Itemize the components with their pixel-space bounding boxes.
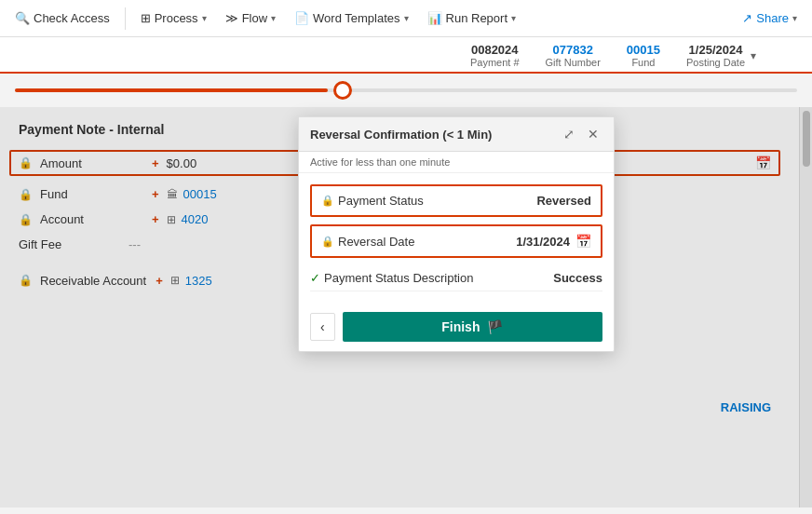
reversal-confirmation-modal: Reversal Confirmation (< 1 Min) ⤢ ✕ Acti…: [298, 116, 615, 352]
run-report-label: Run Report: [446, 11, 508, 25]
finish-label: Finish: [441, 319, 480, 334]
toolbar: 🔍 Check Access ⊞ Process ▾ ≫ Flow ▾ 📄 Wo…: [0, 0, 812, 37]
modal-footer: ‹ Finish 🏴: [299, 303, 614, 351]
check-access-icon: 🔍: [15, 11, 30, 25]
info-bar: 0082024 Payment # 077832 Gift Number 000…: [0, 37, 812, 74]
word-templates-chevron-icon: ▾: [404, 13, 409, 23]
posting-date-chevron-icon[interactable]: ▾: [751, 49, 756, 62]
payment-status-desc-label: ✓ Payment Status Description: [310, 271, 473, 285]
process-chevron-icon: ▾: [202, 13, 207, 23]
share-button[interactable]: ↗ Share ▾: [735, 7, 805, 29]
flow-icon: ≫: [225, 11, 238, 25]
payment-status-lock-icon: 🔒: [321, 195, 334, 207]
word-templates-button[interactable]: 📄 Word Templates ▾: [287, 7, 415, 29]
run-report-button[interactable]: 📊 Run Report ▾: [420, 7, 523, 29]
posting-date-value: 1/25/2024: [686, 43, 745, 57]
payment-status-desc-field: ✓ Payment Status Description Success: [310, 265, 602, 291]
payment-status-field: 🔒 Payment Status Reversed: [310, 184, 602, 217]
payment-status-label: 🔒 Payment Status: [321, 194, 424, 208]
flow-chevron-icon: ▾: [271, 13, 276, 23]
check-access-button[interactable]: 🔍 Check Access: [7, 7, 117, 29]
word-templates-icon: 📄: [294, 11, 309, 25]
modal-body: 🔒 Payment Status Reversed 🔒 Reversal Dat…: [299, 173, 614, 303]
posting-date-item: 1/25/2024 Posting Date ▾: [686, 43, 756, 68]
reversal-date-lock-icon: 🔒: [321, 236, 334, 248]
payment-number-value: 0082024: [470, 43, 520, 57]
fund-item: 00015 Fund: [627, 43, 660, 68]
process-icon: ⊞: [141, 11, 151, 25]
check-icon: ✓: [310, 271, 320, 285]
run-report-icon: 📊: [427, 11, 442, 25]
payment-number-item: 0082024 Payment #: [470, 43, 520, 68]
share-label: Share: [756, 11, 789, 25]
share-icon: ↗: [742, 11, 752, 25]
back-button[interactable]: ‹: [310, 313, 335, 341]
modal-close-button[interactable]: ✕: [584, 125, 602, 143]
run-report-chevron-icon: ▾: [511, 13, 516, 23]
modal-controls: ⤢ ✕: [560, 125, 602, 143]
payment-number-label: Payment #: [470, 57, 520, 68]
finish-flag-icon: 🏴: [487, 319, 503, 334]
payment-status-value: Reversed: [536, 194, 591, 208]
main-content: Payment Note - Internal 🔒 Amount + $0.00…: [0, 107, 812, 507]
modal-subtitle: Active for less than one minute: [299, 152, 614, 173]
word-templates-label: Word Templates: [313, 11, 399, 25]
modal-title: Reversal Confirmation (< 1 Min): [310, 128, 492, 142]
flow-button[interactable]: ≫ Flow ▾: [218, 7, 283, 29]
share-chevron-icon: ▾: [792, 13, 797, 23]
reversal-date-field: 🔒 Reversal Date 1/31/2024 📅: [310, 224, 602, 258]
modal-header: Reversal Confirmation (< 1 Min) ⤢ ✕: [299, 117, 614, 152]
check-access-label: Check Access: [34, 11, 110, 25]
payment-status-desc-value: Success: [553, 271, 602, 285]
process-label: Process: [155, 11, 198, 25]
gift-number-label: Gift Number: [546, 57, 601, 68]
modal-expand-button[interactable]: ⤢: [560, 125, 578, 143]
reversal-date-calendar-icon[interactable]: 📅: [575, 234, 591, 249]
flow-label: Flow: [242, 11, 267, 25]
process-button[interactable]: ⊞ Process ▾: [133, 7, 214, 29]
gift-number-item: 077832 Gift Number: [546, 43, 601, 68]
finish-button[interactable]: Finish 🏴: [343, 312, 602, 342]
fund-value[interactable]: 00015: [627, 43, 660, 57]
progress-indicator: [333, 81, 352, 100]
progress-bar: [15, 88, 797, 92]
fund-label: Fund: [627, 57, 660, 68]
reversal-date-value: 1/31/2024 📅: [516, 234, 591, 249]
separator-1: [125, 7, 126, 30]
progress-area: [0, 74, 812, 107]
gift-number-value[interactable]: 077832: [546, 43, 601, 57]
reversal-date-label: 🔒 Reversal Date: [321, 235, 424, 249]
posting-date-label: Posting Date: [686, 57, 745, 68]
